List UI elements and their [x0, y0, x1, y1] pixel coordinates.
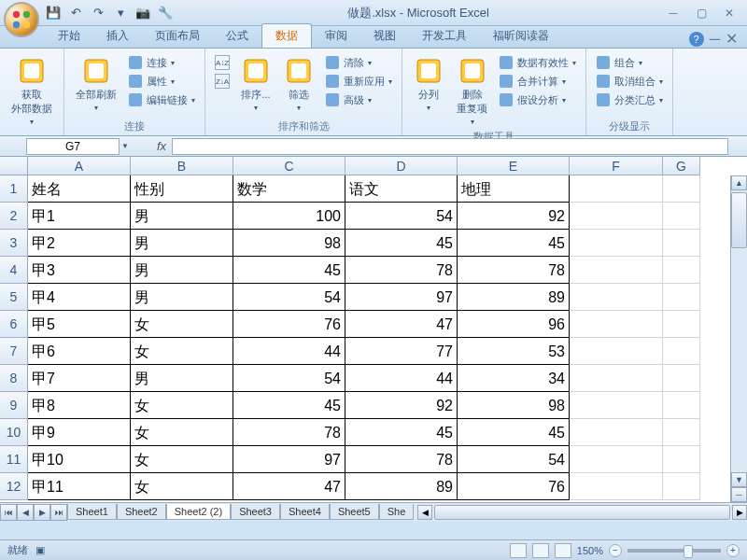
- remove-dup-button[interactable]: 删除 重复项▾: [453, 54, 491, 128]
- namebox-dd-icon[interactable]: ▼: [121, 142, 129, 150]
- sheet-tab-Sheet2[interactable]: Sheet2: [117, 504, 166, 520]
- close-icon[interactable]: ✕: [719, 5, 740, 21]
- ribbon-minimize-icon[interactable]: ─: [710, 31, 720, 48]
- zoom-level[interactable]: 150%: [577, 545, 603, 556]
- name-box[interactable]: G7: [26, 138, 120, 155]
- cell-E12[interactable]: 76: [458, 473, 570, 500]
- col-header-G[interactable]: G: [663, 157, 700, 175]
- cell-G1[interactable]: [663, 175, 700, 203]
- cell-D12[interactable]: 89: [345, 473, 458, 500]
- redo-icon[interactable]: ↷: [90, 5, 106, 21]
- cell-A12[interactable]: 甲11: [28, 473, 131, 500]
- cell-A4[interactable]: 甲3: [28, 257, 131, 284]
- row-header-7[interactable]: 7: [0, 338, 28, 365]
- page-layout-view-icon[interactable]: [532, 543, 549, 558]
- edit-links-button[interactable]: 编辑链接▾: [126, 91, 197, 108]
- cell-F6[interactable]: [570, 311, 663, 338]
- cell-F10[interactable]: [570, 419, 663, 446]
- page-break-view-icon[interactable]: [555, 543, 571, 558]
- row-header-5[interactable]: 5: [0, 284, 28, 311]
- zoom-slider[interactable]: [627, 549, 721, 553]
- connections-button[interactable]: 连接▾: [126, 54, 197, 71]
- cell-E4[interactable]: 78: [458, 257, 570, 284]
- cell-G4[interactable]: [663, 257, 700, 284]
- cell-B3[interactable]: 男: [131, 230, 233, 257]
- tab-公式[interactable]: 公式: [213, 24, 261, 48]
- cell-B5[interactable]: 男: [131, 284, 233, 311]
- cell-E3[interactable]: 45: [458, 230, 570, 257]
- scroll-down-icon[interactable]: ▼: [731, 472, 747, 487]
- cell-G2[interactable]: [663, 203, 700, 230]
- cell-F12[interactable]: [570, 473, 663, 500]
- col-header-E[interactable]: E: [458, 157, 570, 175]
- cell-B4[interactable]: 男: [131, 257, 233, 284]
- row-header-9[interactable]: 9: [0, 392, 28, 419]
- tab-福昕阅读器[interactable]: 福昕阅读器: [480, 24, 562, 48]
- help-icon[interactable]: ?: [689, 32, 704, 47]
- ungroup-button[interactable]: 取消组合▾: [594, 73, 665, 90]
- cell-G5[interactable]: [663, 284, 700, 311]
- row-header-1[interactable]: 1: [0, 175, 28, 203]
- cell-F9[interactable]: [570, 392, 663, 419]
- refresh-all-button[interactable]: 全部刷新▾: [72, 54, 120, 114]
- cell-C11[interactable]: 97: [233, 446, 345, 473]
- cell-F8[interactable]: [570, 365, 663, 392]
- row-header-8[interactable]: 8: [0, 365, 28, 392]
- cell-E8[interactable]: 34: [458, 365, 570, 392]
- tab-审阅[interactable]: 审阅: [312, 24, 360, 48]
- tab-视图[interactable]: 视图: [360, 24, 409, 48]
- cell-C7[interactable]: 44: [233, 338, 345, 365]
- cell-G8[interactable]: [663, 365, 700, 392]
- cell-B8[interactable]: 男: [131, 365, 233, 392]
- scroll-split-icon[interactable]: ─: [731, 487, 747, 502]
- row-header-3[interactable]: 3: [0, 230, 28, 257]
- cell-E11[interactable]: 54: [458, 446, 570, 473]
- cell-D8[interactable]: 44: [345, 365, 458, 392]
- row-header-4[interactable]: 4: [0, 257, 28, 284]
- cell-F3[interactable]: [570, 230, 663, 257]
- sheet-tab-Sheet1[interactable]: Sheet1: [67, 504, 117, 520]
- minimize-icon[interactable]: ─: [663, 5, 684, 21]
- first-sheet-icon[interactable]: ⏮: [0, 504, 17, 521]
- cell-D10[interactable]: 45: [345, 419, 458, 446]
- col-header-D[interactable]: D: [345, 157, 458, 175]
- cell-A10[interactable]: 甲9: [28, 419, 131, 446]
- sort-btn[interactable]: Z↓A: [213, 73, 232, 90]
- qat-more-icon[interactable]: ▾: [112, 5, 129, 21]
- cell-G7[interactable]: [663, 338, 700, 365]
- cell-F2[interactable]: [570, 203, 663, 230]
- cell-A7[interactable]: 甲6: [28, 338, 131, 365]
- horizontal-scrollbar[interactable]: ◀ ▶: [417, 505, 747, 520]
- fx-icon[interactable]: fx: [157, 139, 166, 153]
- cell-A8[interactable]: 甲7: [28, 365, 131, 392]
- cell-D4[interactable]: 78: [345, 257, 458, 284]
- normal-view-icon[interactable]: [510, 543, 527, 558]
- sheet-tab-Sheet5[interactable]: Sheet5: [330, 504, 379, 520]
- row-header-2[interactable]: 2: [0, 203, 28, 230]
- sort-button[interactable]: 排序...▾: [237, 54, 275, 114]
- col-header-B[interactable]: B: [131, 157, 233, 175]
- save-icon[interactable]: 💾: [45, 5, 62, 21]
- tab-开始[interactable]: 开始: [45, 24, 93, 48]
- data-validation-button[interactable]: 数据有效性▾: [497, 54, 578, 71]
- prev-sheet-icon[interactable]: ◀: [17, 504, 34, 521]
- zoom-out-icon[interactable]: −: [609, 544, 622, 557]
- cell-B9[interactable]: 女: [131, 392, 233, 419]
- cell-D11[interactable]: 78: [345, 446, 458, 473]
- cell-D9[interactable]: 92: [345, 392, 458, 419]
- cell-D1[interactable]: 语文: [345, 175, 458, 203]
- doc-close-icon[interactable]: ✕: [726, 30, 738, 48]
- select-all-corner[interactable]: [0, 157, 28, 175]
- cell-F4[interactable]: [570, 257, 663, 284]
- scroll-up-icon[interactable]: ▲: [731, 175, 747, 190]
- cell-A6[interactable]: 甲5: [28, 311, 131, 338]
- camera-icon[interactable]: 📷: [134, 5, 151, 21]
- get-data-button[interactable]: 获取 外部数据▾: [7, 54, 56, 128]
- row-header-10[interactable]: 10: [0, 419, 28, 446]
- cell-A2[interactable]: 甲1: [28, 203, 131, 230]
- zoom-in-icon[interactable]: +: [726, 544, 740, 557]
- cell-C5[interactable]: 54: [233, 284, 345, 311]
- cell-A5[interactable]: 甲4: [28, 284, 131, 311]
- cell-G3[interactable]: [663, 230, 700, 257]
- clear-button[interactable]: 清除▾: [323, 54, 394, 71]
